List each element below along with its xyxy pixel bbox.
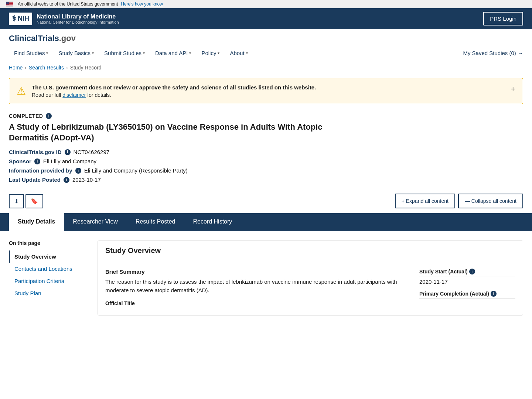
meta-row-sponsor: Sponsor i Eli Lilly and Company (9, 158, 523, 164)
meta-row-last-update: Last Update Posted i 2023-10-17 (9, 177, 523, 183)
nih-org-sub: National Center for Biotechnology Inform… (37, 20, 119, 24)
study-start-value: 2020-11-17 (419, 279, 515, 285)
study-content-area: On this page Study Overview Contacts and… (0, 231, 532, 324)
nav-policy[interactable]: Policy ▾ (196, 46, 225, 60)
brief-summary-label: Brief Summary (105, 269, 412, 275)
prs-login-button[interactable]: PRS Login (483, 12, 523, 25)
nav-study-basics[interactable]: Study Basics ▾ (53, 46, 99, 60)
alert-text-area: The U.S. government does not review or a… (32, 84, 316, 98)
content-left: Brief Summary The reason for this study … (105, 269, 412, 308)
info-provided-info-icon[interactable]: i (75, 168, 81, 174)
disclaimer-link[interactable]: disclaimer (62, 92, 86, 98)
tab-record-history[interactable]: Record History (184, 213, 241, 231)
ct-logo-part1: ClinicalTrials (9, 34, 59, 43)
submit-studies-dropdown-icon: ▾ (143, 51, 145, 55)
breadcrumb: Home › Search Results › Study Record (0, 60, 532, 75)
policy-dropdown-icon: ▾ (218, 51, 219, 55)
last-update-label: Last Update Posted (9, 177, 61, 183)
alert-title: The U.S. government does not review or a… (32, 84, 316, 91)
study-toolbar: ⬇ 🔖 + Expand all content — Collapse all … (0, 189, 532, 213)
nih-org-info: National Library of Medicine National Ce… (37, 13, 119, 24)
meta-row-id: ClinicalTrials.gov ID i NCT04626297 (9, 149, 523, 155)
last-update-info-icon[interactable]: i (64, 177, 69, 183)
alert-toggle-button[interactable]: + (511, 84, 515, 94)
sidebar-item-study-overview[interactable]: Study Overview (9, 250, 89, 263)
meta-row-info-provided: Information provided by i Eli Lilly and … (9, 167, 523, 174)
expand-all-button[interactable]: + Expand all content (395, 194, 455, 208)
section-title: Study Overview (105, 246, 515, 255)
alert-content: ⚠ The U.S. government does not review or… (17, 84, 316, 98)
ct-logo: ClinicalTrials.gov (9, 29, 523, 46)
breadcrumb-search-results[interactable]: Search Results (29, 65, 64, 71)
sponsor-value: Eli Lilly and Company (43, 158, 96, 164)
breadcrumb-sep-1: › (25, 65, 27, 71)
alert-banner: ⚠ The U.S. government does not review or… (9, 78, 523, 104)
nih-header: ⚕ NIH National Library of Medicine Natio… (0, 8, 532, 29)
official-title-label: Official Title (105, 300, 412, 306)
us-flag-icon (6, 1, 13, 7)
info-provided-value: Eli Lilly and Company (Responsible Party… (84, 167, 188, 174)
tab-results-posted[interactable]: Results Posted (127, 213, 184, 231)
study-header: COMPLETED i A Study of Lebrikizumab (LY3… (0, 110, 532, 189)
data-api-dropdown-icon: ▾ (189, 51, 191, 55)
toolbar-left: ⬇ 🔖 (9, 194, 43, 208)
breadcrumb-home[interactable]: Home (9, 65, 23, 71)
ct-id-label: ClinicalTrials.gov ID (9, 149, 62, 155)
study-status: COMPLETED i (9, 113, 523, 119)
primary-completion-label: Primary Completion (Actual) i (419, 291, 515, 299)
sidebar-item-study-plan[interactable]: Study Plan (9, 287, 89, 299)
main-content: Study Overview Brief Summary The reason … (98, 240, 523, 316)
study-start-field: Study Start (Actual) i 2020-11-17 (419, 269, 515, 285)
nih-emblem: ⚕ (12, 14, 16, 24)
toolbar-right: + Expand all content — Collapse all cont… (395, 194, 523, 208)
sponsor-info-icon[interactable]: i (34, 158, 40, 164)
sidebar-item-contacts-and-locations[interactable]: Contacts and Locations (9, 263, 89, 275)
ct-id-info-icon[interactable]: i (65, 149, 71, 155)
bookmark-button[interactable]: 🔖 (25, 194, 43, 208)
ct-logo-part2: .gov (59, 34, 76, 43)
brief-summary-value: The reason for this study is to assess t… (105, 278, 412, 294)
gov-banner-link[interactable]: Here's how you know (121, 1, 163, 7)
primary-completion-info-icon[interactable]: i (491, 291, 497, 297)
study-start-info-icon[interactable]: i (469, 269, 475, 274)
ct-menu: Find Studies ▾ Study Basics ▾ Submit Stu… (9, 46, 523, 60)
last-update-value: 2023-10-17 (72, 177, 101, 183)
primary-completion-field: Primary Completion (Actual) i (419, 291, 515, 299)
breadcrumb-current: Study Record (70, 65, 102, 71)
about-dropdown-icon: ▾ (246, 51, 248, 55)
nih-logo: ⚕ NIH (9, 13, 32, 25)
find-studies-dropdown-icon: ▾ (46, 51, 48, 55)
sidebar-item-participation-criteria[interactable]: Participation Criteria (9, 275, 89, 287)
study-start-label: Study Start (Actual) i (419, 269, 515, 276)
info-provided-label: Information provided by (9, 167, 72, 174)
content-grid: Brief Summary The reason for this study … (98, 261, 523, 315)
alert-warning-icon: ⚠ (17, 85, 26, 97)
study-tabs: Study Details Researcher View Results Po… (0, 213, 532, 231)
content-right: Study Start (Actual) i 2020-11-17 Primar… (419, 269, 515, 308)
nav-data-api[interactable]: Data and API ▾ (150, 46, 196, 60)
download-icon: ⬇ (14, 198, 19, 205)
alert-subtitle: Read our full disclaimer for details. (32, 92, 316, 98)
saved-studies-link[interactable]: My Saved Studies (0) → (463, 50, 523, 56)
nih-logo-text: NIH (18, 15, 29, 23)
tab-researcher-view[interactable]: Researcher View (64, 213, 127, 231)
nih-logo-area: ⚕ NIH National Library of Medicine Natio… (9, 13, 119, 25)
ct-menu-left: Find Studies ▾ Study Basics ▾ Submit Stu… (9, 46, 253, 60)
tab-study-details[interactable]: Study Details (9, 213, 64, 231)
study-basics-dropdown-icon: ▾ (92, 51, 94, 55)
sponsor-label: Sponsor (9, 158, 31, 164)
section-header: Study Overview (98, 241, 523, 261)
status-info-icon[interactable]: i (46, 113, 52, 119)
nav-about[interactable]: About ▾ (225, 46, 253, 60)
breadcrumb-sep-2: › (66, 65, 68, 71)
collapse-all-button[interactable]: — Collapse all content (458, 194, 523, 208)
sidebar-title: On this page (9, 240, 89, 246)
study-title: A Study of Lebrikizumab (LY3650150) on V… (9, 122, 341, 143)
sidebar: On this page Study Overview Contacts and… (9, 240, 98, 316)
bookmark-icon: 🔖 (31, 198, 38, 205)
download-button[interactable]: ⬇ (9, 194, 24, 208)
nav-submit-studies[interactable]: Submit Studies ▾ (99, 46, 150, 60)
ct-id-value: NCT04626297 (74, 149, 110, 155)
nav-find-studies[interactable]: Find Studies ▾ (9, 46, 53, 60)
study-meta: ClinicalTrials.gov ID i NCT04626297 Spon… (9, 149, 523, 183)
